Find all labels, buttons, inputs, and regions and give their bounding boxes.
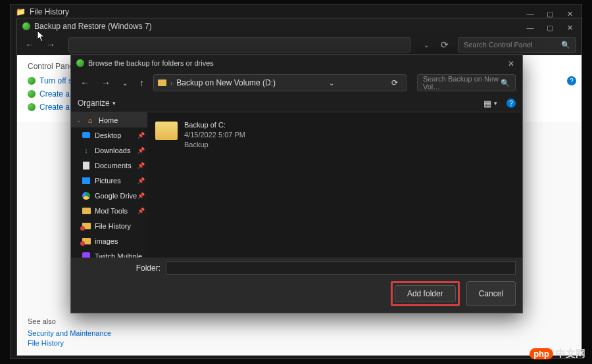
backup-restore-titlebar: Backup and Restore (Windows 7) [17,18,581,34]
dialog-icon [76,59,84,67]
folder-label: Folder: [78,263,160,273]
item-type: Backup [184,140,245,150]
desktop-icon [82,132,90,138]
backup-restore-title-text: Backup and Restore (Windows 7) [34,22,152,31]
dialog-titlebar: Browse the backup for folders or drives [71,55,522,71]
sidebar-item-home[interactable]: ⌄ ⌂ Home [71,112,147,127]
download-icon: ↓ [82,146,91,155]
sidebar-item-file-history[interactable]: File History [71,218,147,233]
folder-icon [82,238,91,244]
search-backup-input[interactable]: Search Backup on New Vol… 🔍 [417,74,516,91]
shield-icon [28,103,36,111]
see-also-link[interactable]: Security and Maintenance [28,329,111,337]
folder-icon [155,122,178,140]
sidebar-item-documents[interactable]: Documents📌 [71,158,147,173]
forward-button[interactable]: → [43,37,58,53]
pin-icon: 📌 [137,147,145,154]
tutorial-highlight: Add folder [391,281,460,306]
help-icon[interactable]: ? [506,99,516,108]
file-list-pane[interactable]: Backup of C: 4/15/2022 5:07 PM Backup [147,112,522,258]
file-history-titlebar: 📁 File History [11,5,581,19]
folder-input[interactable] [166,262,516,275]
see-also-section: See also Security and Maintenance File H… [28,317,111,349]
home-icon: ⌂ [86,116,95,125]
watermark-logo: php [530,348,553,359]
see-also-link[interactable]: File History [28,339,111,347]
forward-button[interactable]: → [99,75,113,91]
search-icon: 🔍 [501,79,510,87]
pin-icon: 📌 [137,132,145,139]
sidebar-item-google-drive[interactable]: Google Drive📌 [71,188,147,203]
document-icon [83,162,89,170]
twitch-icon [82,252,90,258]
minimize-button[interactable]: — [521,21,539,34]
refresh-button[interactable]: ⟳ [387,78,402,87]
close-button[interactable]: ✕ [560,21,579,34]
search-placeholder: Search Control Panel [464,41,533,49]
item-name: Backup of C: [184,120,245,130]
back-button[interactable]: ← [78,75,92,91]
sidebar-item-desktop[interactable]: Desktop📌 [71,127,147,143]
maximize-button[interactable]: ▢ [541,21,559,34]
dialog-body: ⌄ ⌂ Home Desktop📌 ↓Downloads📌 Documents📌… [71,112,522,258]
folder-icon [82,208,91,214]
refresh-button[interactable]: ⟳ [438,37,451,53]
dialog-footer: Folder: Add folder Cancel [71,258,522,313]
breadcrumb-dropdown-icon[interactable]: ⌄ [325,80,338,87]
add-folder-button[interactable]: Add folder [395,285,456,302]
backup-restore-toolbar: ← → ⌄ ⟳ Search Control Panel 🔍 [17,34,581,55]
search-icon: 🔍 [561,41,570,49]
breadcrumb-segment[interactable]: Backup on New Volume (D:) [176,78,276,87]
help-icon[interactable]: ? [567,76,576,85]
pin-icon: 📌 [137,162,145,169]
search-placeholder: Search Backup on New Vol… [423,75,501,91]
organize-menu[interactable]: Organize ▾ [78,99,116,108]
see-also-header: See also [28,317,111,325]
navigation-pane: ⌄ ⌂ Home Desktop📌 ↓Downloads📌 Documents📌… [71,112,147,258]
pin-icon: 📌 [137,208,145,214]
address-bar[interactable]: › Backup on New Volume (D:) ⌄ ⟳ [153,74,407,91]
file-history-title-text: File History [30,7,69,16]
dialog-toolbar: ← → ⌄ ↑ › Backup on New Volume (D:) ⌄ ⟳ … [71,71,522,95]
shield-icon [28,90,36,98]
pin-icon: 📌 [137,177,145,184]
watermark: php 中文网 [530,348,585,360]
sidebar-item-downloads[interactable]: ↓Downloads📌 [71,143,147,158]
item-metadata: Backup of C: 4/15/2022 5:07 PM Backup [184,120,245,150]
sidebar-item-images[interactable]: images [71,233,147,248]
back-button[interactable]: ← [22,37,37,53]
sidebar-item-twitch[interactable]: Twitch Multiple [71,248,147,258]
recent-locations-button[interactable]: ⌄ [120,77,130,89]
dialog-title-text: Browse the backup for folders or drives [88,59,214,67]
cancel-button[interactable]: Cancel [466,281,516,306]
item-date: 4/15/2022 5:07 PM [184,130,245,140]
dropdown-icon[interactable]: ⌄ [421,39,432,51]
watermark-text: 中文网 [556,348,585,360]
sidebar-item-mod-tools[interactable]: Mod Tools📌 [71,203,147,218]
folder-icon [82,223,91,229]
search-control-panel[interactable]: Search Control Panel 🔍 [458,37,576,53]
view-options-button[interactable]: ▦ ▾ [480,99,501,108]
backup-restore-icon [22,22,30,30]
list-item[interactable]: Backup of C: 4/15/2022 5:07 PM Backup [153,118,517,152]
google-drive-icon [82,192,90,200]
chevron-right-icon: › [170,80,172,87]
dialog-menubar: Organize ▾ ▦ ▾ ? [71,95,522,112]
dialog-close-button[interactable]: ✕ [501,57,521,71]
pin-icon: 📌 [137,193,145,199]
file-history-icon: 📁 [16,7,26,16]
chevron-down-icon: ▾ [112,100,116,106]
pictures-icon [82,177,90,184]
chevron-down-icon: ⌄ [76,117,82,124]
up-button[interactable]: ↑ [137,75,147,91]
address-bar[interactable] [68,37,410,53]
shield-icon [28,77,36,85]
sidebar-item-pictures[interactable]: Pictures📌 [71,173,147,188]
folder-icon [158,80,166,86]
browse-backup-dialog: Browse the backup for folders or drives … [70,55,523,313]
